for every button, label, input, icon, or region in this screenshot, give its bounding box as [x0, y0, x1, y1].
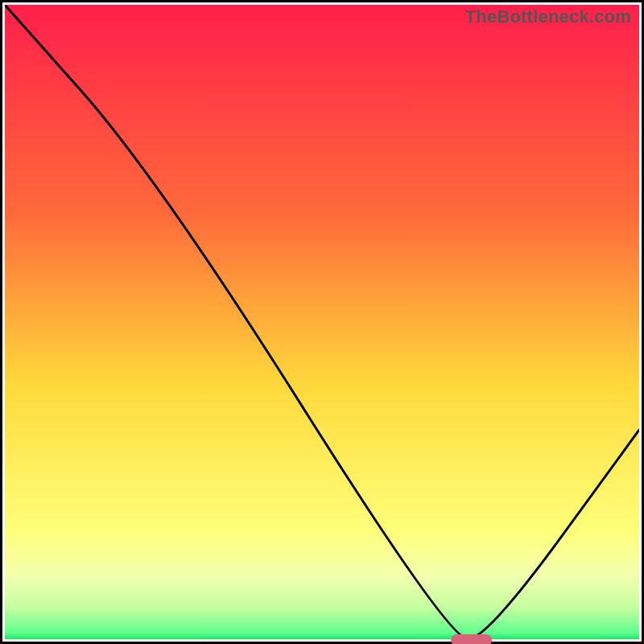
plot-area: TheBottleneck.com [5, 5, 639, 639]
chart-frame: TheBottleneck.com [0, 0, 644, 644]
bottleneck-curve [5, 5, 639, 639]
optimal-range-marker [451, 634, 493, 644]
watermark-text: TheBottleneck.com [465, 6, 631, 27]
